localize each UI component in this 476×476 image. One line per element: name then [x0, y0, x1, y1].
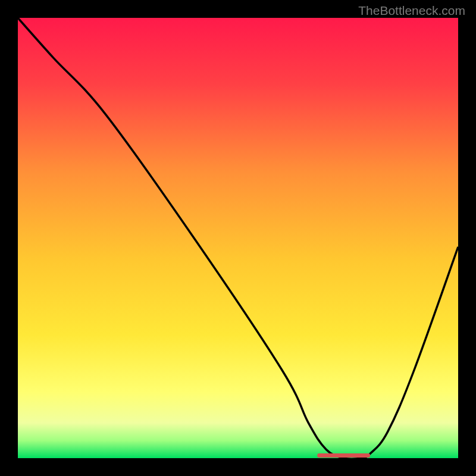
chart-plot-area [18, 18, 458, 458]
gradient-background [18, 18, 458, 458]
optimal-range-marker [317, 453, 370, 458]
watermark-text: TheBottleneck.com [358, 4, 465, 18]
chart-svg [18, 18, 458, 458]
